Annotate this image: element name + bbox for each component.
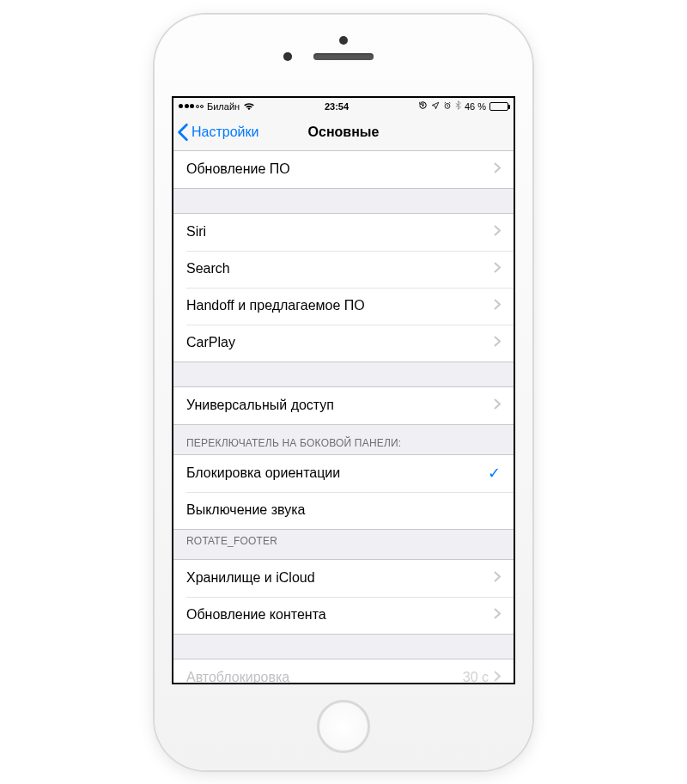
status-bar-right: 46 % (418, 100, 508, 112)
row-label: CarPlay (186, 335, 494, 350)
group-about: Обновление ПО (173, 151, 514, 189)
row-label: Автоблокировка (186, 670, 463, 683)
chevron-right-icon (494, 261, 501, 277)
back-button[interactable]: Настройки (177, 115, 258, 150)
battery-icon (489, 102, 508, 111)
bluetooth-icon (455, 100, 461, 112)
svg-rect-0 (423, 105, 424, 106)
battery-percent: 46 % (465, 101, 486, 112)
iphone-frame: Билайн 23:54 46 % (155, 15, 532, 770)
row-value: 30 с (463, 670, 489, 683)
row-label: Siri (186, 224, 494, 240)
row-lock-rotation[interactable]: Блокировка ориентации ✓ (173, 455, 514, 492)
group-features: Siri Search Handoff и предлагаемое ПО Ca… (173, 213, 514, 362)
group-side-switch: Блокировка ориентации ✓ Выключение звука (173, 454, 514, 530)
row-label: Обновление контента (186, 607, 494, 623)
status-bar: Билайн 23:54 46 % (173, 98, 514, 115)
row-label: Handoff и предлагаемое ПО (186, 298, 494, 313)
page-title: Основные (308, 125, 380, 140)
screen: Билайн 23:54 46 % (172, 96, 515, 684)
group-gap (173, 635, 514, 659)
row-carplay[interactable]: CarPlay (173, 325, 514, 362)
row-label: Хранилище и iCloud (186, 570, 494, 586)
group-accessibility: Универсальный доступ (173, 386, 514, 425)
chevron-right-icon (494, 607, 501, 623)
alarm-icon (443, 101, 452, 112)
chevron-left-icon (177, 123, 189, 142)
row-storage[interactable]: Хранилище и iCloud (173, 560, 514, 597)
status-bar-left: Билайн (179, 101, 255, 112)
chevron-right-icon (494, 398, 501, 413)
chevron-right-icon (494, 224, 501, 240)
home-button[interactable] (317, 700, 370, 753)
earpiece-speaker (313, 53, 374, 60)
group-storage: Хранилище и iCloud Обновление контента (173, 559, 514, 635)
row-accessibility[interactable]: Универсальный доступ (173, 387, 514, 424)
front-camera (283, 52, 292, 61)
group-gap (173, 362, 514, 386)
row-label: Выключение звука (186, 502, 501, 518)
chevron-right-icon (494, 161, 501, 177)
group-gap (173, 189, 514, 213)
row-label: Обновление ПО (186, 161, 494, 177)
proximity-sensor (339, 36, 348, 45)
chevron-right-icon (494, 670, 501, 683)
chevron-right-icon (494, 570, 501, 586)
row-search[interactable]: Search (173, 251, 514, 288)
side-switch-header: ПЕРЕКЛЮЧАТЕЛЬ НА БОКОВОЙ ПАНЕЛИ: (173, 425, 514, 454)
row-mute[interactable]: Выключение звука (173, 492, 514, 529)
chevron-right-icon (494, 298, 501, 313)
clock: 23:54 (325, 101, 349, 112)
row-siri[interactable]: Siri (173, 214, 514, 251)
carrier-label: Билайн (207, 101, 240, 112)
back-label: Настройки (192, 125, 258, 140)
row-background-refresh[interactable]: Обновление контента (173, 597, 514, 634)
settings-list[interactable]: Обновление ПО Siri Search Handoff и (173, 151, 514, 683)
row-label: Search (186, 261, 494, 277)
wifi-icon (243, 102, 255, 111)
row-label: Блокировка ориентации (186, 465, 488, 481)
chevron-right-icon (494, 335, 501, 350)
rotate-footer: ROTATE_FOOTER (173, 530, 514, 559)
location-icon (431, 101, 440, 112)
row-handoff[interactable]: Handoff и предлагаемое ПО (173, 288, 514, 325)
nav-bar: Настройки Основные (173, 115, 514, 151)
signal-strength-icon (179, 104, 204, 108)
orientation-lock-icon (418, 100, 428, 112)
checkmark-icon: ✓ (488, 464, 501, 483)
row-label: Универсальный доступ (186, 398, 494, 413)
row-software-update[interactable]: Обновление ПО (173, 151, 514, 188)
row-autolock[interactable]: Автоблокировка 30 с (173, 659, 514, 683)
group-autolock: Автоблокировка 30 с (173, 659, 514, 683)
